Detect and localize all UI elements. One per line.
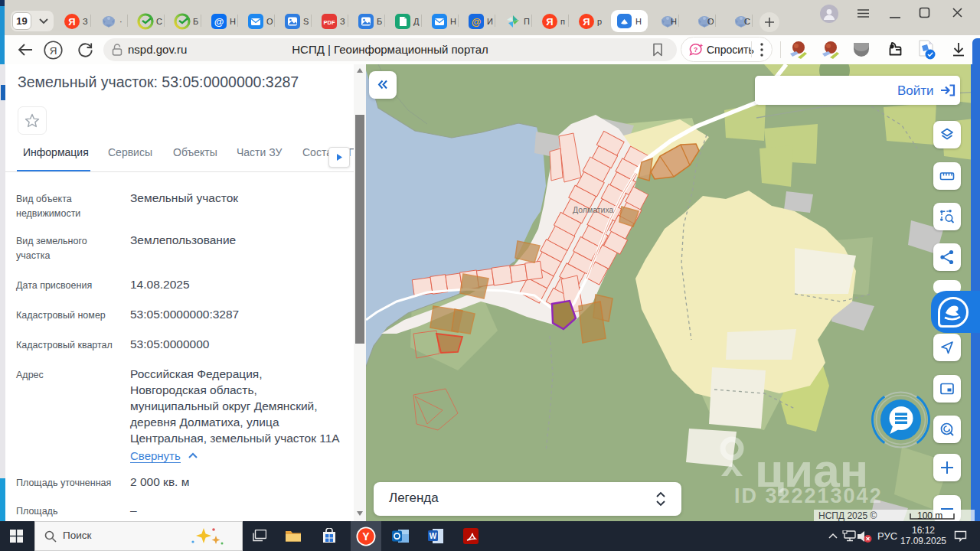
svg-text:Я: Я <box>50 45 57 57</box>
svg-text:Y: Y <box>362 530 370 543</box>
svg-text:W: W <box>430 532 437 540</box>
svg-text:Долматиха: Долматиха <box>573 205 614 214</box>
svg-text:?: ? <box>694 46 697 54</box>
